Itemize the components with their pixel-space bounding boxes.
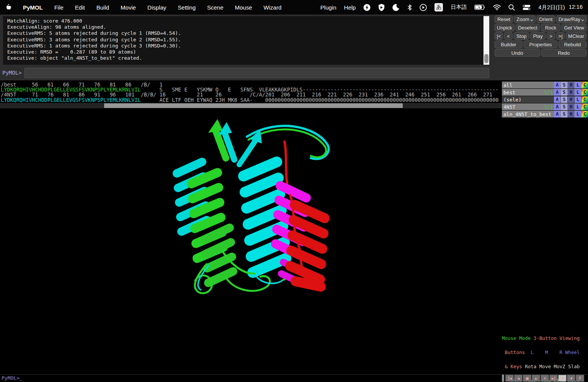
menu-item-movie[interactable]: Movie: [121, 4, 136, 11]
movie-play-icon-button[interactable]: ▶: [532, 375, 540, 382]
menu-item-mouse[interactable]: Mouse: [235, 4, 252, 11]
moon-dnd-icon[interactable]: [392, 4, 400, 11]
menu-item-edit[interactable]: Edit: [75, 4, 85, 11]
reset-button[interactable]: Reset: [495, 15, 513, 23]
object-row-all[interactable]: all ASHLC: [502, 82, 588, 88]
movie-scene-button[interactable]: S: [558, 375, 567, 382]
control-center-icon[interactable]: [523, 5, 531, 10]
sequence-viewer[interactable]: /best 56 61 66 71 76 81 86 /B/ 1LYDKQRQH…: [1, 82, 498, 103]
menu-item-setting[interactable]: Setting: [178, 4, 196, 11]
menubar-clock[interactable]: 4月2日(日) 12:16: [538, 4, 583, 11]
movie-rewind-button[interactable]: |◀: [505, 375, 514, 382]
label-menu-button[interactable]: L: [575, 104, 581, 110]
hide-menu-button[interactable]: H: [568, 104, 574, 110]
ime-language-label[interactable]: 日本語: [451, 4, 467, 11]
show-menu-button[interactable]: S: [561, 104, 567, 110]
movie-stop-icon-button[interactable]: ■: [523, 375, 531, 382]
color-menu-button[interactable]: C: [581, 104, 588, 110]
redo-button[interactable]: Redo: [541, 49, 587, 57]
object-name[interactable]: best: [502, 90, 544, 95]
color-menu-button[interactable]: C: [581, 111, 588, 118]
undo-button[interactable]: Undo: [495, 49, 540, 57]
movie-first-button[interactable]: |<: [495, 32, 503, 40]
movie-play-button[interactable]: Play: [530, 32, 546, 40]
label-menu-button[interactable]: L: [575, 89, 581, 96]
object-name[interactable]: (sele): [502, 97, 554, 103]
wifi-icon[interactable]: [493, 5, 501, 10]
movie-scrollbar[interactable]: [502, 375, 504, 382]
unpick-button[interactable]: Unpick: [495, 24, 514, 31]
orient-button[interactable]: Orient: [537, 15, 555, 23]
menu-item-build[interactable]: Build: [96, 4, 109, 11]
builder-button[interactable]: Builder: [495, 41, 523, 48]
sequence-scrollbar-thumb[interactable]: [104, 103, 403, 108]
hide-menu-button[interactable]: H: [568, 89, 574, 96]
console-scrollbar-thumb[interactable]: [484, 54, 488, 63]
menu-item-wizard[interactable]: Wizard: [264, 4, 282, 11]
movie-next-button[interactable]: >: [547, 32, 555, 40]
movie-dropdown-button[interactable]: ▼: [567, 375, 575, 382]
label-menu-button[interactable]: L: [575, 82, 581, 88]
color-menu-button[interactable]: C: [581, 89, 588, 96]
properties-button[interactable]: Properties: [524, 41, 557, 48]
battery-icon[interactable]: [474, 5, 485, 10]
label-menu-button[interactable]: L: [575, 96, 581, 103]
deselect-button[interactable]: Deselect: [516, 24, 540, 31]
action-menu-button[interactable]: A: [554, 104, 560, 110]
object-row-aln[interactable]: aln_4N5T_to_best ASHLC: [502, 111, 588, 118]
object-panel: all ASHLC best 1/1 ASHLC (sele) ASHLC 4N…: [502, 82, 588, 118]
object-name[interactable]: aln_4N5T_to_best: [502, 111, 554, 117]
movie-stop-button[interactable]: Stop: [514, 32, 529, 40]
sequence-row-4n5t[interactable]: LYDKQRQHIVHCHDDPLGELLEVGSFSVKNPSPLYEMLKR…: [1, 98, 498, 103]
draw-ray-button[interactable]: Draw/Ray: [556, 15, 586, 23]
zoom-button[interactable]: Zoom: [514, 15, 535, 23]
rebuild-button[interactable]: Rebuild: [559, 41, 586, 48]
action-menu-button[interactable]: A: [554, 111, 560, 118]
show-menu-button[interactable]: S: [561, 96, 567, 103]
command-input[interactable]: [24, 68, 489, 78]
object-row-4n5t[interactable]: 4N5T 1/1 ASHLC: [502, 103, 588, 110]
show-menu-button[interactable]: S: [561, 82, 567, 88]
color-menu-button[interactable]: C: [581, 82, 588, 88]
movie-end-button[interactable]: ▶|: [549, 375, 558, 382]
shield-badge-icon[interactable]: [378, 4, 385, 11]
movie-last-button[interactable]: >|: [556, 32, 565, 40]
color-menu-button[interactable]: C: [581, 96, 588, 103]
bluetooth-icon[interactable]: [407, 4, 412, 11]
menu-item-file[interactable]: File: [54, 4, 64, 11]
action-menu-button[interactable]: A: [554, 96, 560, 103]
object-name[interactable]: 4N5T: [502, 104, 544, 110]
3d-viewport[interactable]: /best 56 61 66 71 76 81 86 /B/ 1LYDKQRQH…: [0, 80, 588, 382]
sequence-scrollbar[interactable]: [0, 103, 502, 108]
object-name[interactable]: all: [502, 82, 554, 88]
console-scrollbar[interactable]: [483, 16, 489, 65]
object-row-sele[interactable]: (sele) ASHLC: [502, 96, 588, 103]
play-circle-icon[interactable]: [420, 4, 427, 11]
show-menu-button[interactable]: S: [561, 89, 567, 96]
action-menu-button[interactable]: A: [554, 89, 560, 96]
mclear-button[interactable]: MClear: [566, 32, 586, 40]
hide-menu-button[interactable]: H: [568, 82, 574, 88]
viewport-prompt[interactable]: PyMOL>_: [2, 375, 23, 381]
menu-item-display[interactable]: Display: [147, 4, 166, 11]
object-row-best[interactable]: best 1/1 ASHLC: [502, 89, 588, 96]
ime-input-icon[interactable]: あ: [434, 3, 443, 11]
menu-item-help[interactable]: Help: [344, 4, 356, 11]
show-menu-button[interactable]: S: [561, 111, 567, 118]
apple-menu-icon[interactable]: [5, 4, 11, 11]
menu-item-plugin[interactable]: Plugin: [320, 4, 336, 11]
action-menu-button[interactable]: A: [554, 82, 560, 88]
lightning-circle-icon[interactable]: [363, 4, 371, 11]
get-view-button[interactable]: Get View: [562, 24, 586, 31]
menu-app-name[interactable]: PyMOL: [23, 4, 43, 11]
movie-forward-button[interactable]: >: [541, 375, 549, 382]
hide-menu-button[interactable]: H: [568, 96, 574, 103]
hide-menu-button[interactable]: H: [568, 111, 574, 118]
rock-button[interactable]: Rock: [541, 24, 561, 31]
menu-item-scene[interactable]: Scene: [207, 4, 224, 11]
movie-fullscreen-button[interactable]: F: [576, 375, 584, 382]
movie-prev-button[interactable]: <: [504, 32, 513, 40]
movie-back-button[interactable]: ◀: [514, 375, 523, 382]
spotlight-search-icon[interactable]: [508, 4, 515, 11]
label-menu-button[interactable]: L: [575, 111, 581, 118]
